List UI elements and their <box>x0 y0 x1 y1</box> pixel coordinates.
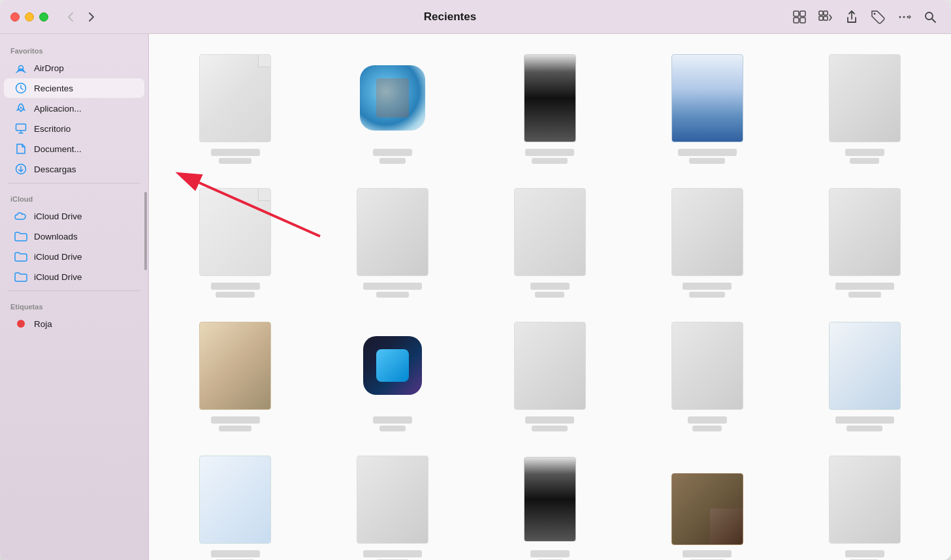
red-dot-icon <box>14 317 27 330</box>
sidebar-item-airdrop[interactable]: AirDrop <box>4 58 144 78</box>
cloud-icon <box>14 210 27 223</box>
file-item[interactable] <box>162 448 309 560</box>
file-item[interactable] <box>477 315 624 435</box>
arrange-button[interactable] <box>815 7 836 27</box>
section-divider-2 <box>8 290 140 291</box>
file-name-bar <box>373 416 412 424</box>
svg-point-15 <box>20 107 22 109</box>
sidebar-item-recientes[interactable]: Recientes <box>4 78 144 98</box>
file-thumbnail <box>511 454 589 545</box>
file-thumbnail <box>353 454 432 545</box>
close-button[interactable] <box>10 12 20 22</box>
sidebar-item-aplicaciones[interactable]: Aplicacion... <box>4 99 144 118</box>
file-name-bar-2 <box>689 292 725 298</box>
svg-rect-6 <box>819 16 823 20</box>
file-thumbnail <box>353 52 432 144</box>
file-name-bar <box>363 283 422 290</box>
minimize-button[interactable] <box>25 12 34 22</box>
file-item[interactable] <box>319 315 466 435</box>
sidebar-item-downloads[interactable]: Downloads <box>4 226 144 246</box>
sidebar-item-icloud-drive[interactable]: iCloud Drive <box>4 206 144 226</box>
view-grid-button[interactable] <box>789 7 810 27</box>
svg-rect-7 <box>824 16 828 20</box>
sidebar-item-downloads-label: Downloads <box>34 232 78 241</box>
back-button[interactable] <box>61 8 80 26</box>
file-item[interactable] <box>319 448 466 560</box>
sidebar-item-icloud-drive-label: iCloud Drive <box>34 211 82 221</box>
sidebar-item-descargas-label: Descargas <box>34 164 76 174</box>
file-item[interactable] <box>791 448 938 560</box>
file-item[interactable] <box>162 181 309 302</box>
file-item[interactable] <box>477 181 624 302</box>
file-name-bar-2 <box>219 426 251 431</box>
file-item[interactable] <box>477 448 624 560</box>
folder-icloud-2-icon <box>14 250 27 263</box>
file-name-bar <box>363 550 422 557</box>
sidebar-item-airdrop-label: AirDrop <box>34 63 64 73</box>
traffic-lights <box>10 12 48 22</box>
svg-point-18 <box>17 320 25 328</box>
navigation-buttons <box>61 8 101 26</box>
toolbar-actions <box>789 7 941 27</box>
file-name-bar <box>845 550 884 557</box>
folder-downloads-icon <box>14 230 27 243</box>
sidebar-item-icloud-drive-3[interactable]: iCloud Drive <box>4 267 144 287</box>
window-title: Recientes <box>111 10 789 23</box>
more-button[interactable] <box>894 7 914 27</box>
file-name-bar-2 <box>219 158 251 164</box>
file-item[interactable] <box>162 315 309 435</box>
file-name-bar-2 <box>692 426 722 431</box>
maximize-button[interactable] <box>39 12 48 22</box>
file-area[interactable] <box>149 34 951 560</box>
sidebar-item-roja[interactable]: Roja <box>4 314 144 334</box>
svg-rect-2 <box>794 18 799 23</box>
favorites-section-title: Favoritos <box>0 39 148 57</box>
airdrop-icon <box>14 61 27 74</box>
finder-window: Recientes <box>0 0 951 560</box>
file-item[interactable] <box>634 448 781 560</box>
svg-rect-4 <box>819 11 823 15</box>
file-item[interactable] <box>791 181 938 302</box>
sidebar-item-aplicaciones-label: Aplicacion... <box>34 104 82 114</box>
svg-point-10 <box>903 16 905 18</box>
file-name-bar <box>211 283 260 290</box>
sidebar-item-descargas[interactable]: Descargas <box>4 159 144 179</box>
file-item[interactable] <box>791 47 938 168</box>
file-name-bar <box>688 416 727 424</box>
file-name-bar <box>845 149 884 156</box>
sidebar-item-icloud-drive-2[interactable]: iCloud Drive <box>4 247 144 266</box>
file-thumbnail <box>511 52 589 144</box>
svg-rect-3 <box>800 18 805 23</box>
file-name-bar <box>373 149 412 156</box>
file-item[interactable] <box>162 47 309 168</box>
sidebar-item-documentos[interactable]: Document... <box>4 139 144 159</box>
file-item[interactable] <box>634 181 781 302</box>
tag-button[interactable] <box>867 7 888 27</box>
file-thumbnail <box>826 186 904 277</box>
file-item[interactable] <box>634 47 781 168</box>
doc-icon <box>14 142 27 155</box>
file-name-bar-2 <box>846 426 882 431</box>
file-thumbnail <box>668 52 747 144</box>
sidebar-scrollbar[interactable] <box>144 192 147 270</box>
file-grid <box>162 47 938 560</box>
titlebar: Recientes <box>0 0 951 34</box>
file-name-bar <box>530 283 570 290</box>
file-thumbnail <box>353 186 432 277</box>
file-item[interactable] <box>477 47 624 168</box>
file-name-bar-2 <box>848 292 881 298</box>
file-name-bar-2 <box>535 292 564 298</box>
file-item[interactable] <box>319 47 466 168</box>
file-item[interactable] <box>791 315 938 435</box>
sidebar-item-escritorio[interactable]: Escritorio <box>4 119 144 138</box>
icloud-section-title: iCloud <box>0 187 148 206</box>
file-thumbnail <box>668 320 747 411</box>
file-item[interactable] <box>634 315 781 435</box>
share-button[interactable] <box>841 7 862 27</box>
file-item[interactable] <box>319 181 466 302</box>
search-button[interactable] <box>920 7 941 27</box>
sidebar-item-recientes-label: Recientes <box>34 84 73 93</box>
file-thumbnail <box>668 186 747 277</box>
section-divider-1 <box>8 183 140 183</box>
forward-button[interactable] <box>82 8 101 26</box>
